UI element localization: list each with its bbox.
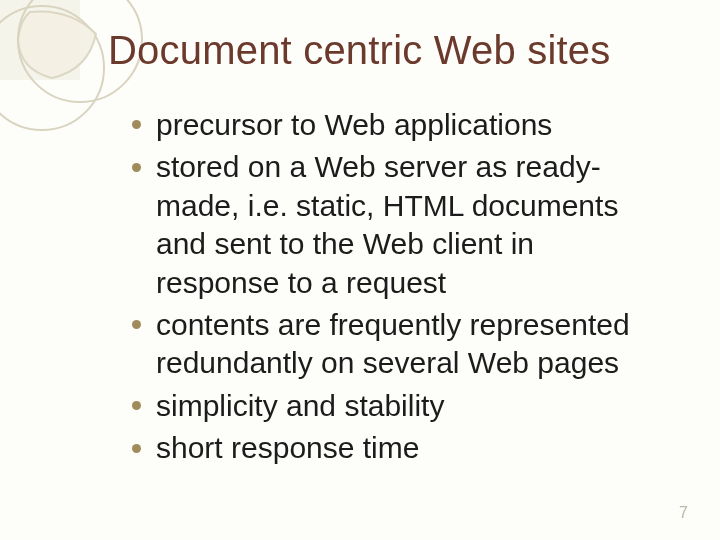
svg-point-2 [0, 6, 104, 130]
bullet-list: precursor to Web applications stored on … [130, 106, 660, 468]
list-item: simplicity and stability [130, 387, 660, 425]
slide-title: Document centric Web sites [108, 28, 610, 73]
svg-rect-0 [0, 0, 80, 80]
list-item: precursor to Web applications [130, 106, 660, 144]
list-item: short response time [130, 429, 660, 467]
list-item: contents are frequently represented redu… [130, 306, 660, 383]
slide: Document centric Web sites precursor to … [0, 0, 720, 540]
page-number: 7 [679, 504, 688, 522]
list-item: stored on a Web server as ready-made, i.… [130, 148, 660, 302]
slide-content: precursor to Web applications stored on … [130, 106, 660, 472]
